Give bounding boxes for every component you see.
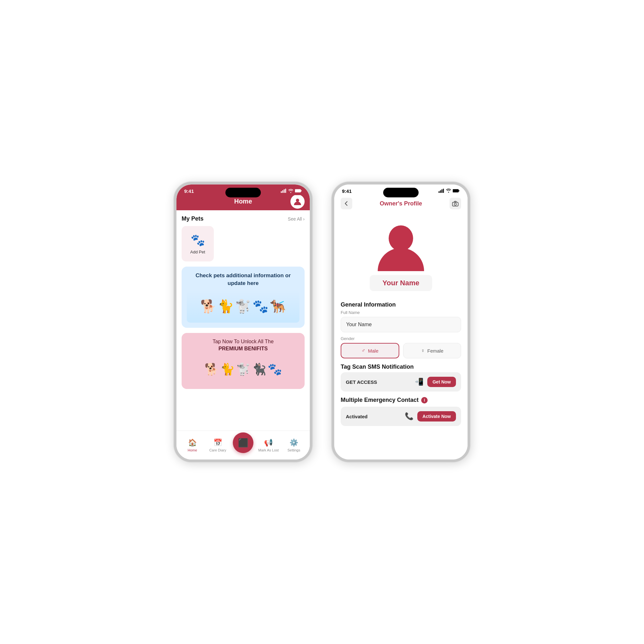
paw-icon: 🐾 <box>191 233 205 247</box>
my-pets-header: My Pets See All › <box>182 215 305 222</box>
user-avatar-icon <box>293 197 302 206</box>
svg-rect-7 <box>439 191 440 193</box>
mark-lost-nav-icon: 📢 <box>264 439 273 447</box>
svg-rect-0 <box>281 191 282 193</box>
svg-rect-1 <box>282 190 283 193</box>
nav-home-label: Home <box>188 448 197 452</box>
emergency-section: Multiple Emergency Contact i Activated 📞… <box>341 397 461 426</box>
avatar-silhouette <box>375 220 427 271</box>
premium-banner[interactable]: Tap Now To Unlock All The PREMIUM BENIFI… <box>182 333 305 389</box>
emergency-title: Multiple Emergency Contact <box>341 397 419 403</box>
svg-point-6 <box>296 199 299 202</box>
settings-nav-icon: ⚙️ <box>289 439 298 447</box>
gender-row: ♂ Male ♀ Female <box>341 343 461 358</box>
nav-mark-lost[interactable]: 📢 Mark As Lost <box>256 439 281 452</box>
add-pet-card[interactable]: 🐾 Add Pet <box>182 226 214 261</box>
svg-point-14 <box>454 203 456 205</box>
full-name-input[interactable]: Your Name <box>341 317 461 332</box>
avatar-button[interactable] <box>290 194 305 209</box>
nav-settings[interactable]: ⚙️ Settings <box>281 439 307 452</box>
sms-card: GET ACCESS 📲 Get Now <box>341 372 461 392</box>
female-icon: ♀ <box>421 348 425 354</box>
profile-content: Your Name General Information Full Name … <box>334 213 468 459</box>
battery-icon <box>295 189 302 194</box>
dynamic-island <box>225 188 261 197</box>
svg-rect-11 <box>453 189 459 192</box>
male-icon: ♂ <box>362 348 365 354</box>
nav-home[interactable]: 🏠 Home <box>180 439 205 452</box>
premium-illustration: 🐕🐈🐩🐈‍⬛🐾 <box>187 355 299 384</box>
info-banner-text: Check pets additional information or upd… <box>187 272 299 287</box>
info-badge: i <box>421 397 428 403</box>
activated-label: Activated <box>346 414 401 419</box>
wifi-icon <box>288 189 293 194</box>
get-access-label: GET ACCESS <box>346 379 411 385</box>
tag-scan-section: Tag Scan SMS Notification GET ACCESS 📲 G… <box>341 364 461 392</box>
add-pet-label: Add Pet <box>190 250 205 254</box>
svg-point-15 <box>389 225 413 251</box>
svg-rect-10 <box>443 189 444 193</box>
nav-settings-label: Settings <box>288 448 300 452</box>
profile-avatar-section: Your Name <box>341 213 461 296</box>
nav-care-diary-label: Care Diary <box>209 448 226 452</box>
back-arrow-icon <box>344 201 349 206</box>
activate-now-button[interactable]: Activate Now <box>417 411 456 421</box>
battery-icon-2 <box>453 189 460 194</box>
status-icons-2 <box>439 189 460 194</box>
bottom-nav: 🏠 Home 📅 Care Diary ⬛ 📢 Mark As Lost ⚙️ … <box>176 431 310 459</box>
tag-scan-icon: 📲 <box>415 378 423 386</box>
home-nav-icon: 🏠 <box>188 439 197 447</box>
tag-scan-title: Tag Scan SMS Notification <box>341 364 461 370</box>
svg-rect-2 <box>284 189 285 193</box>
home-title: Home <box>234 198 252 205</box>
general-info-label: General Information <box>341 301 461 308</box>
home-header: Home <box>176 195 310 210</box>
signal-icon-2 <box>439 189 444 194</box>
back-button[interactable] <box>341 198 352 209</box>
nav-mark-lost-label: Mark As Lost <box>258 448 279 452</box>
camera-icon <box>452 201 459 206</box>
profile-avatar <box>375 220 427 271</box>
profile-header: Owner's Profile <box>334 195 468 213</box>
premium-text: Tap Now To Unlock All The PREMIUM BENIFI… <box>187 338 299 353</box>
full-name-label: Full Name <box>341 310 461 315</box>
status-time-2: 9:41 <box>342 188 352 194</box>
svg-rect-5 <box>301 190 302 192</box>
pets-illustration: 🐕🐈🐩🐾🐕‍🦺 <box>187 290 299 323</box>
info-banner[interactable]: Check pets additional information or upd… <box>182 267 305 328</box>
status-icons <box>281 189 302 194</box>
status-time: 9:41 <box>184 188 194 194</box>
svg-rect-12 <box>459 190 459 192</box>
phone-profile: 9:41 Owner's Profile <box>332 182 470 462</box>
phone-home: 9:41 Home <box>174 182 312 462</box>
my-pets-title: My Pets <box>182 215 204 222</box>
see-all-link[interactable]: See All › <box>288 216 305 222</box>
gender-label: Gender <box>341 336 461 341</box>
home-content: My Pets See All › 🐾 Add Pet Check pets a… <box>176 210 310 431</box>
profile-name-display: Your Name <box>383 279 420 287</box>
phone-call-icon: 📞 <box>405 412 413 421</box>
signal-icon <box>281 189 287 194</box>
svg-rect-4 <box>295 189 301 192</box>
svg-rect-8 <box>440 190 441 193</box>
nav-care-diary[interactable]: 📅 Care Diary <box>205 439 231 452</box>
care-diary-nav-icon: 📅 <box>213 439 222 447</box>
camera-button[interactable] <box>450 198 461 209</box>
gender-male-button[interactable]: ♂ Male <box>341 343 399 358</box>
emergency-card: Activated 📞 Activate Now <box>341 407 461 426</box>
profile-name-badge: Your Name <box>370 275 432 291</box>
emergency-header: Multiple Emergency Contact i <box>341 397 461 403</box>
wifi-icon-2 <box>446 189 451 194</box>
svg-rect-3 <box>285 189 286 193</box>
get-now-button[interactable]: Get Now <box>427 377 456 387</box>
gender-female-button[interactable]: ♀ Female <box>403 343 461 358</box>
qr-icon: ⬛ <box>238 438 248 448</box>
svg-rect-9 <box>441 189 442 193</box>
dynamic-island-2 <box>383 188 419 197</box>
profile-title: Owner's Profile <box>380 200 422 207</box>
qr-fab-button[interactable]: ⬛ <box>233 432 253 453</box>
